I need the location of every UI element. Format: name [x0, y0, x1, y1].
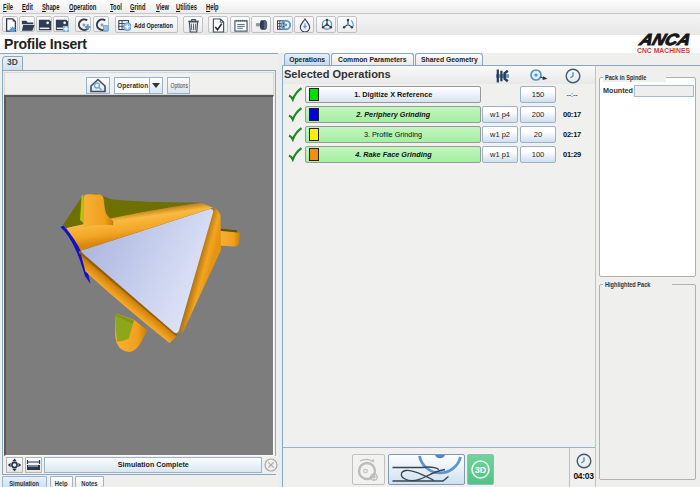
svg-text:3D: 3D [475, 465, 487, 475]
svg-text:ANCA: ANCA [637, 31, 693, 48]
